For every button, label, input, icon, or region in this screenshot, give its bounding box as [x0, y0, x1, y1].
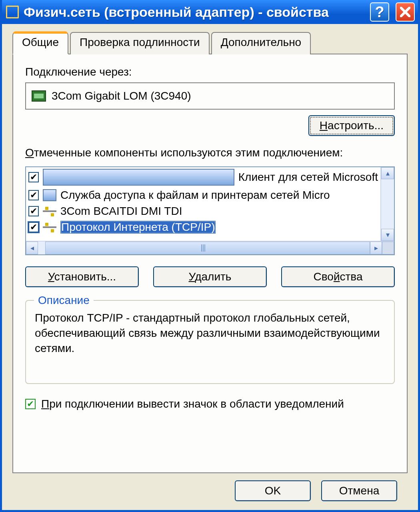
protocol-icon	[43, 221, 56, 233]
tray-icon-label: При подключении вывести значок в области…	[41, 398, 344, 410]
components-listbox[interactable]: ✔Клиент для сетей Microsoft✔Служба досту…	[25, 166, 395, 255]
component-row[interactable]: ✔Клиент для сетей Microsoft	[26, 167, 380, 187]
properties-button[interactable]: Свойства	[281, 266, 395, 287]
close-button[interactable]	[396, 2, 415, 22]
scroll-up-button[interactable]: ▴	[381, 167, 394, 179]
component-checkbox[interactable]: ✔	[28, 206, 39, 216]
tab-advanced[interactable]: Дополнительно	[211, 32, 311, 54]
install-btn-rest: становить...	[54, 270, 116, 283]
scroll-right-button[interactable]: ▸	[370, 242, 382, 254]
scroll-down-button[interactable]: ▾	[381, 229, 394, 241]
service-icon	[43, 189, 56, 201]
component-label: Клиент для сетей Microsoft	[238, 171, 378, 184]
component-checkbox[interactable]: ✔	[28, 172, 39, 182]
configure-button[interactable]: Настроить...	[308, 115, 395, 136]
description-group: Описание Протокол TCP/IP - стандартный п…	[25, 300, 395, 384]
components-label: Отмеченные компоненты используются этим …	[25, 146, 395, 159]
tab-general[interactable]: Общие	[12, 32, 68, 54]
component-row[interactable]: ✔Служба доступа к файлам и принтерам сет…	[26, 187, 380, 203]
connect-through-label: Подключение через:	[25, 66, 395, 78]
component-label: 3Com BCAITDI DMI TDI	[60, 205, 182, 218]
configure-button-rest: астроить...	[328, 119, 384, 132]
properties-window: Физич.сеть (встроенный адаптер) - свойст…	[0, 0, 420, 512]
description-legend: Описание	[34, 293, 94, 308]
tab-page-general: Подключение через: 3Com Gigabit LOM (3C9…	[12, 54, 408, 473]
adapter-box: 3Com Gigabit LOM (3C940)	[25, 82, 395, 110]
scroll-corner	[382, 242, 394, 254]
window-title: Физич.сеть (встроенный адаптер) - свойст…	[24, 4, 329, 20]
scroll-track[interactable]	[381, 179, 394, 229]
protocol-icon	[43, 205, 56, 217]
client-area: Общие Проверка подлинности Дополнительно…	[2, 24, 418, 510]
install-button[interactable]: Установить...	[25, 266, 139, 287]
ok-button[interactable]: OK	[235, 480, 311, 501]
tab-strip: Общие Проверка подлинности Дополнительно	[12, 32, 408, 54]
nic-icon	[32, 90, 46, 102]
component-row[interactable]: ✔Протокол Интернета (TCP/IP)	[26, 219, 380, 235]
adapter-name: 3Com Gigabit LOM (3C940)	[52, 90, 191, 102]
dialog-buttons: OK Отмена	[12, 473, 408, 503]
client-icon	[43, 169, 234, 186]
component-checkbox[interactable]: ✔	[28, 190, 39, 200]
component-label: Служба доступа к файлам и принтерам сете…	[60, 189, 330, 202]
cancel-button[interactable]: Отмена	[321, 480, 397, 501]
description-text: Протокол TCP/IP - стандартный протокол г…	[35, 310, 385, 356]
tray-icon-checkbox[interactable]: ✔	[25, 399, 36, 409]
component-row[interactable]: ✔3Com BCAITDI DMI TDI	[26, 203, 380, 219]
adapter-icon	[5, 5, 20, 19]
tab-auth[interactable]: Проверка подлинности	[70, 32, 210, 54]
scroll-thumb[interactable]	[45, 242, 370, 254]
scroll-left-button[interactable]: ◂	[26, 242, 38, 254]
help-button[interactable]: ?	[370, 2, 389, 22]
horizontal-scrollbar[interactable]: ◂ ▸	[26, 241, 394, 254]
title-bar[interactable]: Физич.сеть (встроенный адаптер) - свойст…	[2, 0, 418, 24]
vertical-scrollbar[interactable]: ▴ ▾	[380, 167, 394, 241]
component-label: Протокол Интернета (TCP/IP)	[60, 221, 216, 234]
remove-btn-rest: далить	[195, 270, 231, 283]
remove-button[interactable]: Удалить	[153, 266, 267, 287]
component-checkbox[interactable]: ✔	[28, 222, 39, 232]
props-btn-rest: ства	[340, 270, 363, 283]
